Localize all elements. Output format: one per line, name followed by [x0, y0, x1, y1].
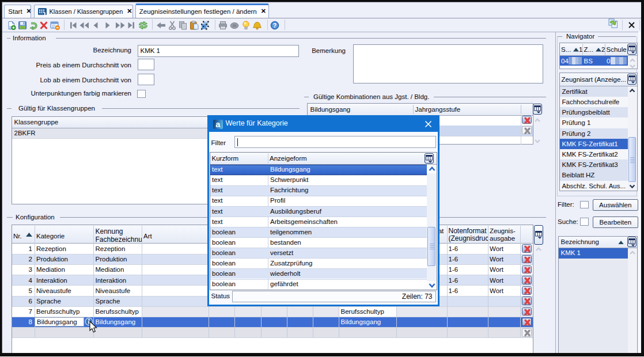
svg-text:?: ? — [273, 22, 276, 29]
